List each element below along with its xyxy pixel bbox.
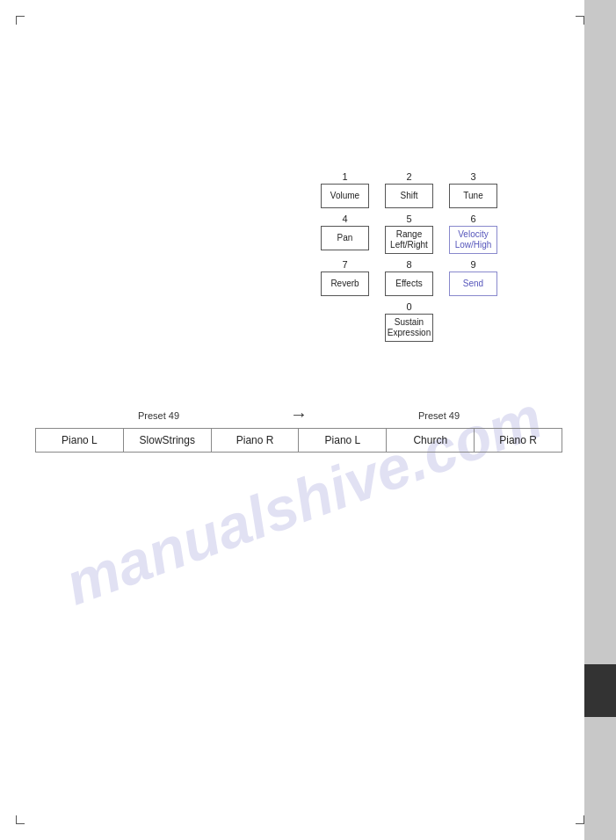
keypad-cell-7: 7 Reverb [321,259,369,296]
key-number-7: 7 [342,259,347,270]
key-number-8: 8 [406,259,411,270]
right-sidebar [584,0,616,840]
key-number-5: 5 [406,214,411,224]
voice-left-3: Piano R [211,429,299,453]
preset-right-label: Preset 49 [418,410,460,421]
voice-table: Piano L SlowStrings Piano R Piano L Chur… [35,428,562,453]
key-number-1: 1 [342,171,347,182]
keypad-cell-3: 3 Tune [449,171,497,208]
keypad-row-1: 1 Volume 2 Shift 3 Tune [321,171,496,208]
key-button-send[interactable]: Send [449,272,497,296]
keypad-cell-1: 1 Volume [321,171,369,208]
key-button-effects[interactable]: Effects [385,272,433,296]
table-row: Piano L SlowStrings Piano R Piano L Chur… [36,429,562,453]
keypad-cell-5: 5 Range Left/Right [385,214,433,254]
corner-mark-tr [576,16,584,25]
voice-right-3: Piano R [475,429,562,453]
key-button-sustain[interactable]: Sustain Expression [385,314,433,342]
key-button-reverb[interactable]: Reverb [321,272,369,296]
keypad-cell-6: 6 Velocity Low/High [449,214,497,254]
right-sidebar-dark [584,664,616,717]
keypad-cell-2: 2 Shift [385,171,433,208]
key-number-6: 6 [470,214,475,224]
key-number-3: 3 [470,171,475,182]
key-button-volume[interactable]: Volume [321,184,369,208]
voice-right-1: Piano L [299,429,387,453]
key-number-2: 2 [406,171,411,182]
keypad-row-3: 7 Reverb 8 Effects 9 Send [321,259,496,296]
corner-mark-tl [16,16,25,25]
key-button-tune[interactable]: Tune [449,184,497,208]
key-button-velocity[interactable]: Velocity Low/High [449,226,497,254]
keypad-row-4: 0 Sustain Expression [321,301,496,342]
voice-left-2: SlowStrings [123,429,211,453]
preset-left-label: Preset 49 [138,410,179,421]
key-button-range[interactable]: Range Left/Right [385,226,433,254]
key-button-pan[interactable]: Pan [321,226,369,250]
key-number-9: 9 [470,259,475,270]
corner-mark-bl [16,815,25,824]
keypad-row-2: 4 Pan 5 Range Left/Right 6 Velocity Low/… [321,214,496,254]
preset-arrow: → [290,404,308,424]
keypad-cell-0: 0 Sustain Expression [385,301,433,342]
voice-left-1: Piano L [36,429,124,453]
corner-mark-br [576,815,584,824]
keypad-cell-4: 4 Pan [321,214,369,250]
key-number-4: 4 [342,214,347,224]
keypad-cell-8: 8 Effects [385,259,433,296]
voice-right-2: Church [387,429,475,453]
keypad-area: 1 Volume 2 Shift 3 Tune 4 Pan 5 Range Le… [321,171,496,347]
keypad-cell-9: 9 Send [449,259,497,296]
key-button-shift[interactable]: Shift [385,184,433,208]
key-number-0: 0 [406,301,411,312]
preset-section: Preset 49 → Preset 49 Piano L SlowString… [35,404,562,453]
